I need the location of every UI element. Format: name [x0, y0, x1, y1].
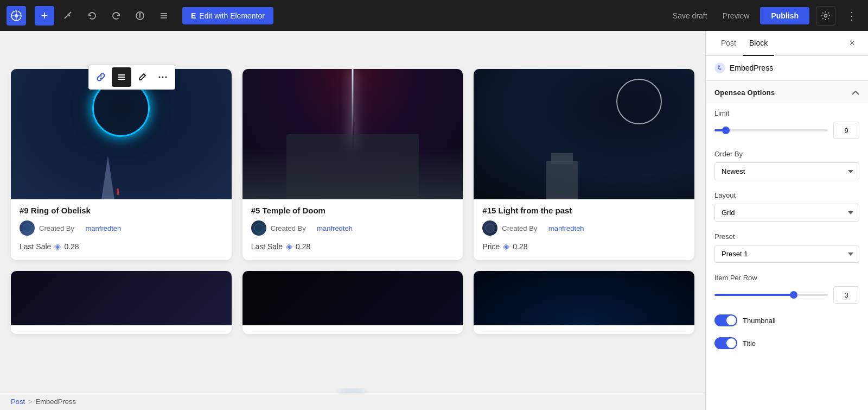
nft-card-1-body: #9 Ring of Obelisk Created By manfredteh…: [11, 199, 232, 251]
svg-point-14: [165, 77, 167, 78]
settings-button[interactable]: [816, 6, 835, 26]
nft-card-2-body: #5 Temple of Doom Created By manfredteh …: [242, 199, 463, 251]
panel-tabs: Post Block ×: [706, 31, 868, 56]
nft-card-2-creator: Created By manfredteh: [251, 220, 455, 236]
thumbnail-toggle-knob: [726, 316, 736, 325]
breadcrumb-plugin-label: EmbedPress: [36, 398, 76, 406]
title-toggle-label: Title: [743, 339, 756, 348]
panel-plugin-header: EmbedPress: [706, 56, 868, 80]
block-more-button[interactable]: [153, 67, 173, 87]
tools-button[interactable]: [59, 6, 78, 26]
layout-select[interactable]: Grid List Masonry: [714, 204, 859, 222]
nft-card-3-avatar: [482, 220, 497, 236]
opensea-options-section-header: Opensea Options: [706, 80, 868, 104]
save-draft-button[interactable]: Save draft: [668, 7, 712, 24]
eth-icon-3: ◈: [503, 241, 509, 251]
preview-button[interactable]: Preview: [718, 7, 754, 24]
nft-card-2-title: #5 Temple of Doom: [251, 206, 455, 215]
publish-button[interactable]: Publish: [760, 7, 809, 24]
nft-card-2-creator-link[interactable]: manfredteh: [317, 224, 353, 232]
svg-point-15: [23, 224, 31, 232]
nft-card-2-avatar: [251, 220, 266, 236]
nft-card-3-title: #15 Light from the past: [482, 206, 686, 215]
preset-select[interactable]: Preset 1 Preset 2 Preset 3: [714, 245, 859, 263]
nft-card-3-creator-link[interactable]: manfredteh: [548, 224, 584, 232]
nft-card-1-creator: Created By manfredteh: [20, 220, 223, 236]
wp-logo: [7, 6, 26, 26]
building-shape: [546, 161, 578, 199]
editor-canvas[interactable]: #9 Ring of Obelisk Created By manfredteh…: [0, 31, 705, 410]
more-options-button[interactable]: ⋮: [842, 5, 861, 27]
nft-card-1-creator-link[interactable]: manfredteh: [86, 224, 122, 232]
nft-card-6-partial: [474, 271, 694, 334]
limit-value-box[interactable]: 9: [833, 122, 859, 139]
opensea-section-toggle[interactable]: [852, 87, 859, 97]
breadcrumb: Post > EmbedPress: [0, 393, 705, 410]
block-edit-button[interactable]: [132, 67, 152, 87]
item-per-row-slider-container: 3: [714, 286, 859, 304]
preset-label: Preset: [714, 232, 859, 241]
main-area: #9 Ring of Obelisk Created By manfredteh…: [0, 31, 868, 410]
thumbnail-toggle-label: Thumbnail: [743, 317, 776, 325]
limit-option: Limit 9: [706, 104, 868, 144]
nft-card-2-price: Last Sale ◈ 0.28: [251, 241, 455, 251]
order-by-label: Order By: [714, 150, 859, 158]
elementor-icon: E: [191, 11, 196, 20]
svg-rect-10: [118, 77, 125, 78]
breadcrumb-post-link[interactable]: Post: [11, 398, 25, 406]
block-align-button[interactable]: [112, 67, 131, 87]
item-per-row-slider-thumb[interactable]: [790, 291, 797, 299]
title-toggle[interactable]: [714, 337, 737, 349]
toolbar-right: Save draft Preview Publish ⋮: [668, 5, 861, 27]
plugin-name-label: EmbedPress: [730, 64, 773, 72]
nft-card-3: #15 Light from the past Created By manfr…: [474, 69, 694, 260]
nft-card-2: #5 Temple of Doom Created By manfredteh …: [242, 69, 463, 260]
add-block-button[interactable]: +: [35, 6, 54, 26]
nft-card-1-title: #9 Ring of Obelisk: [20, 206, 223, 215]
breadcrumb-separator: >: [28, 398, 33, 406]
svg-point-12: [159, 77, 161, 78]
order-by-select[interactable]: Newest Oldest Price: Low to High Price: …: [714, 162, 859, 180]
item-per-row-value-box[interactable]: 3: [833, 286, 859, 304]
svg-point-4: [139, 13, 141, 14]
limit-slider-container: 9: [714, 122, 859, 139]
nft-card-1-price: Last Sale ◈ 0.28: [20, 241, 223, 251]
nft-card-6-partial-image: [474, 271, 694, 325]
edit-with-elementor-button[interactable]: E Edit with Elementor: [182, 7, 273, 24]
obelisk-shape: [101, 156, 114, 199]
nft-card-1: #9 Ring of Obelisk Created By manfredteh…: [11, 69, 232, 260]
nft-card-3-created-by: Created By: [502, 224, 537, 232]
block-link-button[interactable]: [91, 67, 111, 87]
item-per-row-option: Item Per Row 3: [706, 268, 868, 309]
redo-button[interactable]: [106, 6, 126, 26]
svg-rect-11: [118, 79, 125, 80]
list-view-button[interactable]: [154, 6, 174, 26]
thumbnail-toggle[interactable]: [714, 314, 737, 326]
item-per-row-slider-fill: [714, 294, 794, 296]
undo-button[interactable]: [82, 6, 102, 26]
panel-close-button[interactable]: ×: [845, 31, 859, 55]
title-toggle-row: Title: [706, 332, 868, 355]
svg-rect-9: [118, 74, 125, 75]
item-per-row-slider-track[interactable]: [714, 294, 828, 296]
nft-card-5-partial-image: [242, 271, 463, 325]
post-tab[interactable]: Post: [714, 31, 743, 56]
nft-card-3-body: #15 Light from the past Created By manfr…: [474, 199, 694, 251]
item-per-row-label: Item Per Row: [714, 274, 859, 282]
nft-card-5-partial: [242, 271, 463, 334]
title-toggle-knob: [726, 338, 736, 348]
order-by-option: Order By Newest Oldest Price: Low to Hig…: [706, 144, 868, 186]
eth-icon-2: ◈: [286, 241, 292, 251]
nft-card-2-image: [242, 69, 463, 199]
info-button[interactable]: [130, 6, 150, 26]
embedpress-logo-icon: [714, 62, 725, 73]
main-toolbar: + E Edit with Elementor Save draft Previ…: [0, 0, 868, 31]
limit-slider-thumb[interactable]: [722, 127, 730, 134]
block-tab[interactable]: Block: [743, 31, 774, 56]
svg-point-17: [486, 224, 494, 232]
thumbnail-toggle-row: Thumbnail: [706, 309, 868, 332]
nft-card-2-created-by: Created By: [271, 224, 306, 232]
nft-card-1-avatar: [20, 220, 35, 236]
limit-slider-track[interactable]: [714, 129, 828, 131]
nft-card-1-created-by: Created By: [39, 224, 74, 232]
